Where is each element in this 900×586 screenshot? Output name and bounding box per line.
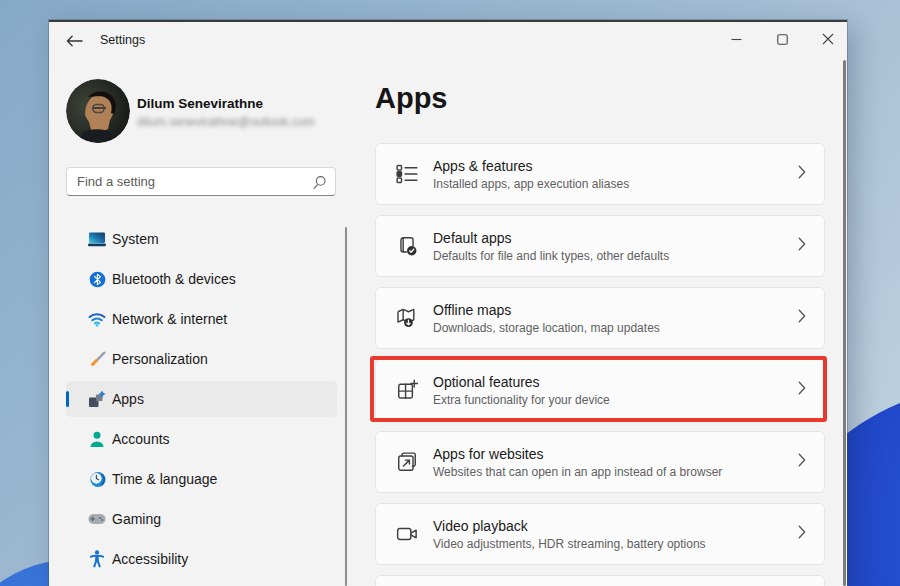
search-icon bbox=[312, 175, 327, 194]
sidebar-item-label: Bluetooth & devices bbox=[112, 271, 236, 287]
maximize-icon bbox=[777, 31, 788, 49]
card-partial-bottom[interactable] bbox=[375, 575, 825, 586]
sidebar-item-label: Accessibility bbox=[112, 551, 188, 567]
sidebar-item-label: System bbox=[112, 231, 159, 247]
card-subtitle: Defaults for file and link types, other … bbox=[433, 249, 669, 263]
account-email: dilum.senevirathne@outlook.com bbox=[137, 115, 315, 129]
apps-features-icon bbox=[396, 163, 418, 185]
chevron-right-icon bbox=[798, 381, 806, 399]
accounts-icon bbox=[88, 430, 106, 448]
card-apps-for-websites[interactable]: Apps for websites Websites that can open… bbox=[375, 431, 825, 493]
chevron-right-icon bbox=[798, 309, 806, 327]
sidebar-item-system[interactable]: System bbox=[66, 219, 337, 259]
minimize-button[interactable] bbox=[713, 24, 759, 56]
offline-maps-icon bbox=[396, 307, 418, 329]
card-subtitle: Downloads, storage location, map updates bbox=[433, 321, 660, 335]
card-title: Default apps bbox=[433, 230, 669, 246]
personalization-icon bbox=[88, 350, 106, 368]
sidebar-item-accounts[interactable]: Accounts bbox=[66, 419, 337, 459]
sidebar-item-accessibility[interactable]: Accessibility bbox=[66, 539, 337, 579]
card-title: Offline maps bbox=[433, 302, 660, 318]
search-box[interactable] bbox=[66, 167, 336, 196]
card-subtitle: Video adjustments, HDR streaming, batter… bbox=[433, 537, 706, 551]
titlebar: Settings bbox=[49, 22, 847, 60]
accessibility-icon bbox=[88, 550, 106, 568]
card-default-apps[interactable]: Default apps Defaults for file and link … bbox=[375, 215, 825, 277]
chevron-right-icon bbox=[798, 453, 806, 471]
search-input[interactable] bbox=[67, 168, 335, 195]
default-apps-icon bbox=[396, 235, 418, 257]
sidebar-item-label: Accounts bbox=[112, 431, 170, 447]
settings-card-list: Apps & features Installed apps, app exec… bbox=[375, 143, 825, 586]
sidebar-item-apps[interactable]: Apps bbox=[66, 381, 337, 417]
network-icon bbox=[88, 310, 106, 328]
chevron-right-icon bbox=[798, 525, 806, 543]
card-title: Optional features bbox=[433, 374, 610, 390]
avatar bbox=[66, 79, 130, 143]
sidebar-item-bluetooth-devices[interactable]: Bluetooth & devices bbox=[66, 259, 337, 299]
time-language-icon bbox=[88, 470, 106, 488]
sidebar-item-personalization[interactable]: Personalization bbox=[66, 339, 337, 379]
sidebar-item-label: Personalization bbox=[112, 351, 208, 367]
selected-accent-bar bbox=[66, 391, 69, 407]
sidebar-item-gaming[interactable]: Gaming bbox=[66, 499, 337, 539]
account-name: Dilum Senevirathne bbox=[137, 96, 263, 111]
card-subtitle: Installed apps, app execution aliases bbox=[433, 177, 629, 191]
sidebar-item-label: Network & internet bbox=[112, 311, 227, 327]
page-title: Apps bbox=[375, 82, 448, 115]
chevron-right-icon bbox=[798, 237, 806, 255]
sidebar-scrollbar[interactable] bbox=[345, 227, 347, 586]
sidebar-nav: System Bluetooth & devices Network & int… bbox=[66, 219, 337, 579]
apps-for-websites-icon bbox=[396, 451, 418, 473]
close-icon bbox=[822, 31, 834, 49]
apps-icon bbox=[88, 390, 106, 408]
sidebar-item-label: Gaming bbox=[112, 511, 161, 527]
maximize-button[interactable] bbox=[759, 24, 805, 56]
sidebar-item-label: Apps bbox=[112, 391, 144, 407]
video-playback-icon bbox=[396, 523, 418, 545]
card-video-playback[interactable]: Video playback Video adjustments, HDR st… bbox=[375, 503, 825, 565]
minimize-icon bbox=[731, 31, 742, 49]
card-optional-features[interactable]: Optional features Extra functionality fo… bbox=[375, 359, 825, 421]
back-arrow-icon bbox=[66, 33, 83, 51]
optional-features-icon bbox=[396, 379, 418, 401]
sidebar-item-label: Time & language bbox=[112, 471, 217, 487]
back-button[interactable] bbox=[61, 31, 87, 53]
card-title: Video playback bbox=[433, 518, 706, 534]
card-subtitle: Websites that can open in an app instead… bbox=[433, 465, 722, 479]
bluetooth-icon bbox=[88, 270, 106, 288]
settings-window: Settings bbox=[49, 20, 847, 586]
card-offline-maps[interactable]: Offline maps Downloads, storage location… bbox=[375, 287, 825, 349]
sidebar-item-time-language[interactable]: Time & language bbox=[66, 459, 337, 499]
card-title: Apps & features bbox=[433, 158, 629, 174]
sidebar-item-network-internet[interactable]: Network & internet bbox=[66, 299, 337, 339]
close-button[interactable] bbox=[805, 24, 847, 56]
main-scrollbar[interactable] bbox=[843, 60, 846, 586]
card-subtitle: Extra functionality for your device bbox=[433, 393, 610, 407]
card-title: Apps for websites bbox=[433, 446, 722, 462]
window-title: Settings bbox=[100, 33, 145, 47]
chevron-right-icon bbox=[798, 165, 806, 183]
gaming-icon bbox=[88, 510, 106, 528]
card-apps-and-features[interactable]: Apps & features Installed apps, app exec… bbox=[375, 143, 825, 205]
system-icon bbox=[88, 230, 106, 248]
